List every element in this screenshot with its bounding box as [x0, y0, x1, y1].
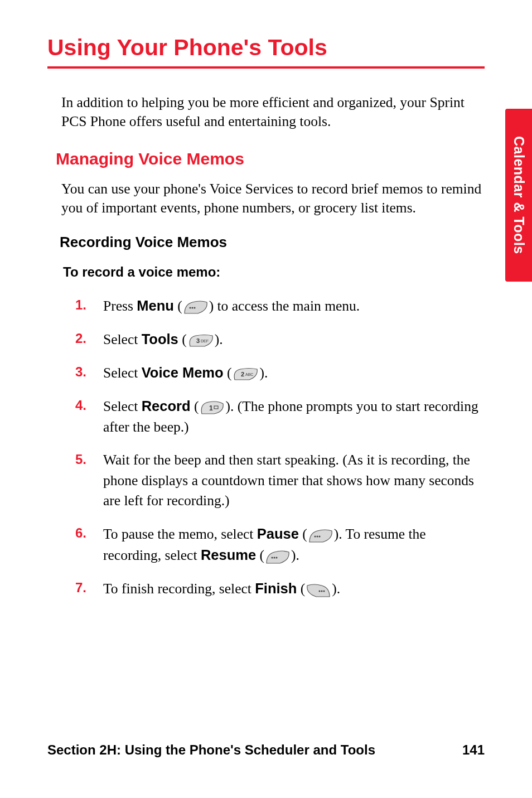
ui-label-pause: Pause	[257, 526, 299, 541]
svg-point-17	[323, 590, 325, 592]
svg-text:ABC: ABC	[245, 373, 253, 376]
ui-label-menu: Menu	[137, 298, 174, 313]
key-3def-icon: 3DEF	[188, 334, 214, 347]
svg-point-15	[319, 590, 321, 592]
step-2: Select Tools (3DEF).	[75, 329, 485, 350]
step-4: Select Record (1). (The phone prompts yo…	[75, 396, 485, 438]
page-footer: Section 2H: Using the Phone's Scheduler …	[47, 742, 485, 758]
step-text: (	[191, 398, 199, 414]
step-text: (	[297, 581, 305, 597]
step-text: To finish recording, select	[103, 581, 255, 597]
sub-heading: Recording Voice Memos	[60, 234, 485, 251]
key-1-icon: 1	[200, 400, 224, 415]
step-text: (	[174, 298, 182, 314]
svg-point-2	[194, 307, 195, 308]
footer-page-number: 141	[462, 742, 485, 758]
step-text: Wait for the beep and then start speakin…	[103, 452, 474, 509]
section-heading: Managing Voice Memos	[56, 149, 485, 168]
key-2abc-icon: 2ABC	[233, 367, 258, 381]
left-softkey-icon	[265, 550, 290, 564]
ui-label-finish: Finish	[255, 581, 297, 596]
step-7: To finish recording, select Finish ().	[75, 578, 485, 599]
ui-label-record: Record	[142, 398, 191, 414]
svg-text:2: 2	[241, 371, 244, 378]
svg-point-1	[191, 307, 193, 308]
step-text: (	[256, 547, 264, 563]
step-text: Select	[103, 331, 142, 347]
step-text: Select	[103, 398, 142, 414]
ui-label-voice-memo: Voice Memo	[142, 365, 224, 380]
svg-text:DEF: DEF	[201, 339, 209, 343]
step-text: ) to access the main menu.	[209, 298, 360, 314]
svg-text:3: 3	[196, 337, 200, 344]
step-text: Select	[103, 365, 142, 381]
svg-point-14	[275, 557, 277, 558]
step-text: Press	[103, 298, 137, 314]
right-softkey-icon	[306, 583, 331, 598]
svg-point-16	[321, 590, 323, 592]
step-6: To pause the memo, select Pause (). To r…	[75, 524, 485, 566]
step-text: (	[224, 365, 232, 381]
ui-label-resume: Resume	[201, 547, 256, 563]
step-text: (	[299, 526, 307, 542]
svg-point-10	[316, 535, 318, 537]
step-1: Press Menu () to access the main menu.	[75, 296, 485, 317]
left-softkey-icon	[308, 529, 333, 543]
svg-point-0	[189, 307, 191, 308]
steps-list: Press Menu () to access the main menu. S…	[75, 296, 485, 600]
svg-point-11	[318, 535, 320, 537]
step-text: (	[178, 331, 187, 347]
footer-section: Section 2H: Using the Phone's Scheduler …	[47, 742, 375, 758]
section-body: You can use your phone's Voice Services …	[61, 180, 485, 218]
step-text: To pause the memo, select	[103, 526, 257, 542]
svg-point-12	[271, 557, 273, 558]
svg-point-13	[273, 557, 275, 558]
left-softkey-icon	[183, 300, 208, 315]
intro-paragraph: In addition to helping you be more effic…	[61, 93, 485, 132]
svg-text:1: 1	[209, 404, 213, 412]
step-text: ).	[332, 581, 340, 597]
lead-line: To record a voice memo:	[63, 264, 485, 280]
step-5: Wait for the beep and then start speakin…	[75, 450, 485, 512]
page-title: Using Your Phone's Tools	[47, 35, 485, 69]
page: Using Your Phone's Tools In addition to …	[0, 0, 532, 599]
step-text: ).	[259, 365, 268, 381]
step-3: Select Voice Memo (2ABC).	[75, 362, 485, 384]
step-text: ).	[291, 547, 299, 563]
ui-label-tools: Tools	[142, 331, 178, 347]
step-text: ).	[215, 331, 223, 347]
svg-point-9	[314, 535, 316, 537]
